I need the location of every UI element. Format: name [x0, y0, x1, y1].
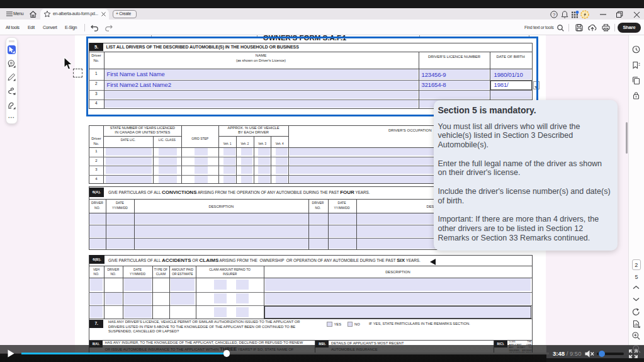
svg-text:?: ? — [553, 11, 555, 17]
